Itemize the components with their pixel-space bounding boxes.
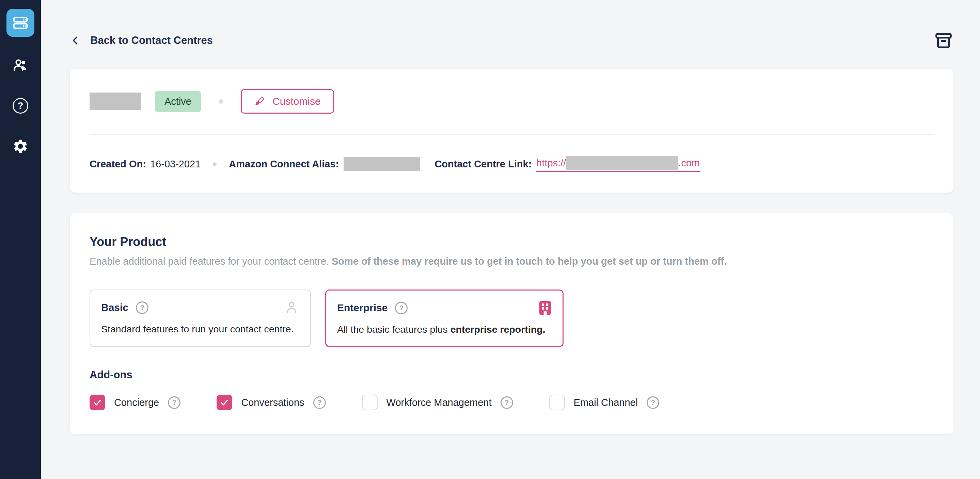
sidebar: ? [0,0,41,479]
basic-head: Basic ? [101,300,299,316]
dot-separator [219,99,223,104]
section-subtitle: Enable additional paid features for your… [89,256,934,267]
summary-title-row: Active Customise [89,89,934,114]
link-prefix: https:// [536,157,566,169]
addon-label: Concierge [114,397,159,408]
addon-label: Email Channel [574,397,638,408]
your-product-card: Your Product Enable additional paid feat… [70,213,953,434]
product-option-basic[interactable]: Basic ? Standard features to run your co… [89,290,311,347]
created-on-label: Created On: [89,159,146,170]
back-label: Back to Contact Centres [90,34,213,47]
users-icon [12,57,29,73]
status-badge: Active [155,91,201,112]
help-icon: ? [13,98,28,114]
product-options: Basic ? Standard features to run your co… [89,290,934,347]
addon-workforce-management[interactable]: Workforce Management ? [362,395,513,410]
person-icon [284,300,299,316]
addons-title: Add-ons [89,369,934,381]
page-header: Back to Contact Centres [70,31,953,50]
addon-concierge[interactable]: Concierge ? [89,395,180,410]
customise-button[interactable]: Customise [241,89,334,114]
sidebar-item-users[interactable] [12,57,29,73]
contact-centre-link-anchor[interactable]: https:// .com [536,156,700,172]
archive-button[interactable] [934,31,953,50]
checkbox-checked[interactable] [89,395,105,410]
addon-email-channel[interactable]: Email Channel ? [549,395,660,410]
chevron-left-icon [70,35,81,46]
enterprise-description: All the basic features plus enterprise r… [337,324,552,335]
redacted-centre-name [89,92,141,110]
enterprise-title: Enterprise [337,302,388,314]
basic-title: Basic [101,302,128,313]
subtitle-bold: Some of these may require us to get in t… [332,256,727,267]
summary-meta-row: Created On:16-03-2021 Amazon Connect Ali… [89,156,934,172]
checkbox-unchecked[interactable] [549,395,565,410]
section-title: Your Product [89,235,934,249]
created-on: Created On:16-03-2021 [89,159,200,170]
paintbrush-icon [254,96,265,107]
archive-icon [934,31,953,50]
addon-conversations[interactable]: Conversations ? [216,395,326,410]
customise-label: Customise [272,95,321,107]
help-icon[interactable]: ? [647,397,659,409]
sidebar-item-settings[interactable] [12,138,29,154]
link-suffix: .com [678,157,700,169]
app-logo[interactable] [6,9,34,37]
sidebar-item-help[interactable]: ? [13,98,28,114]
created-on-value: 16-03-2021 [150,159,200,170]
server-stack-icon [11,14,29,32]
checkbox-checked[interactable] [216,395,232,410]
contact-centre-link: Contact Centre Link: https:// .com [434,156,700,172]
help-icon[interactable]: ? [168,397,180,409]
subtitle-normal: Enable additional paid features for your… [89,256,332,267]
product-option-enterprise[interactable]: Enterprise ? All the bas [325,290,563,347]
redacted-alias-value [344,157,420,171]
addon-label: Conversations [241,397,304,408]
sidebar-nav: ? [12,57,29,154]
gear-icon [12,138,29,154]
help-icon[interactable]: ? [395,302,407,314]
contact-centre-link-label: Contact Centre Link: [434,159,531,170]
enterprise-head: Enterprise ? [337,300,552,316]
basic-description: Standard features to run your contact ce… [101,324,299,335]
addons-row: Concierge ? Conversations ? Workforce Ma… [89,395,934,410]
connect-alias-label: Amazon Connect Alias: [229,159,339,170]
dot-separator [213,162,216,166]
back-nav[interactable]: Back to Contact Centres [70,34,213,47]
help-icon[interactable]: ? [313,397,326,409]
summary-divider [89,134,934,135]
building-icon [539,300,552,316]
connect-alias: Amazon Connect Alias: [229,157,420,171]
checkbox-unchecked[interactable] [362,395,378,410]
help-icon[interactable]: ? [501,397,513,409]
main-content: Back to Contact Centres Active [41,0,980,479]
addon-label: Workforce Management [387,397,492,408]
contact-centre-summary-card: Active Customise Created On:16-03-2021 A… [70,69,953,193]
help-icon[interactable]: ? [136,301,148,314]
redacted-link-value [566,156,678,170]
